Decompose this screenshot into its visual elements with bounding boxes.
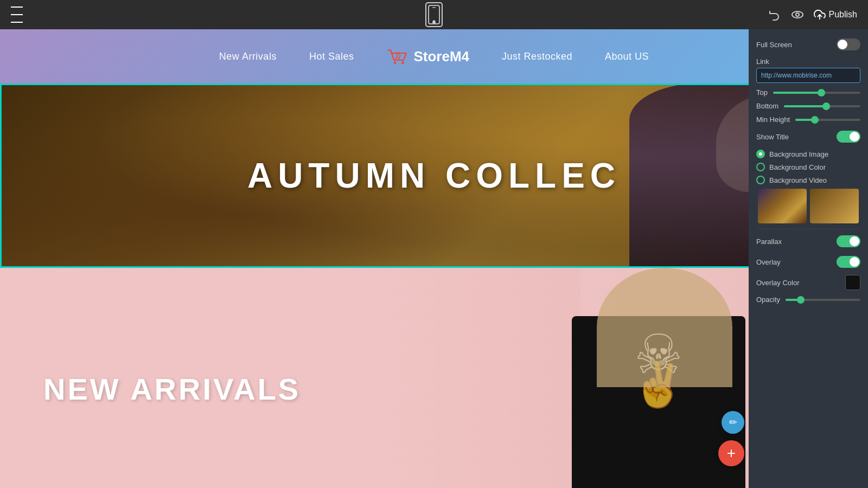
add-fab-button[interactable]: + <box>718 440 744 466</box>
min-height-slider-track[interactable] <box>795 119 860 121</box>
opacity-slider-thumb[interactable] <box>797 296 805 304</box>
svg-rect-0 <box>429 5 439 24</box>
undo-button[interactable] <box>768 8 781 21</box>
publish-button[interactable]: Publish <box>814 9 857 21</box>
hamburger-line-3 <box>11 22 23 23</box>
divider-1 <box>756 229 860 229</box>
link-input[interactable] <box>756 68 860 83</box>
hero-section: AUTUMN COLLEC <box>0 84 868 268</box>
overlay-color-row: Overlay Color <box>756 275 860 290</box>
logo-text: StoreM4 <box>413 48 469 65</box>
overlay-knob <box>850 257 859 267</box>
svg-point-7 <box>401 61 404 64</box>
svg-point-4 <box>796 13 799 16</box>
hair-shape <box>597 268 732 387</box>
bottom-label: Bottom <box>756 102 778 110</box>
overlay-toggle[interactable] <box>837 256 860 268</box>
bg-color-label: Background Color <box>769 163 826 171</box>
top-label: Top <box>756 88 768 97</box>
upload-cloud-icon <box>814 9 826 21</box>
bg-image-thumbnail-2[interactable] <box>810 189 859 223</box>
svg-point-6 <box>394 61 397 64</box>
phone-svg <box>428 5 440 24</box>
bg-image-radio[interactable] <box>756 150 765 158</box>
bottom-slider-fill <box>784 105 826 107</box>
bottom-slider-track[interactable] <box>784 105 860 107</box>
link-label-row: Link <box>756 57 860 66</box>
bg-image-radio-dot <box>759 152 762 156</box>
settings-panel: Full Screen Link Top Bottom Min Height <box>749 29 868 488</box>
opacity-slider-row: Opacity <box>756 296 860 304</box>
nav-logo: StoreM4 <box>386 47 469 66</box>
bg-image-label: Background Image <box>769 150 828 158</box>
toolbar: Publish <box>0 0 868 29</box>
svg-point-3 <box>792 11 803 18</box>
top-slider-row: Top <box>756 88 860 97</box>
fullscreen-row: Full Screen <box>756 37 860 52</box>
bg-video-radio[interactable] <box>756 176 765 184</box>
top-slider-fill <box>773 92 821 94</box>
new-arrivals-title: NEW ARRIVALS <box>43 371 301 407</box>
nav-link-hot-sales[interactable]: Hot Sales <box>309 51 354 62</box>
bg-video-row[interactable]: Background Video <box>756 176 860 184</box>
overlay-color-swatch[interactable] <box>845 275 860 290</box>
bg-color-radio[interactable] <box>756 163 765 171</box>
navbar: New Arrivals Hot Sales StoreM4 Just Rest… <box>0 29 868 84</box>
bottom-slider-row: Bottom <box>756 102 860 110</box>
eye-icon <box>791 8 804 21</box>
opacity-label: Opacity <box>756 296 780 304</box>
edit-fab-button[interactable]: ✏ <box>722 411 744 434</box>
edit-icon: ✏ <box>729 416 737 428</box>
toolbar-right: Publish <box>768 8 857 21</box>
hero-title: AUTUMN COLLEC <box>247 156 621 196</box>
fullscreen-knob <box>838 40 847 49</box>
show-title-knob <box>850 132 859 142</box>
bottom-slider-thumb[interactable] <box>822 102 830 110</box>
min-height-label: Min Height <box>756 115 790 124</box>
parallax-row: Parallax <box>756 234 860 249</box>
overlay-color-label: Overlay Color <box>756 279 799 287</box>
hamburger-line-2 <box>11 14 23 15</box>
preview-button[interactable] <box>791 8 804 21</box>
min-height-slider-thumb[interactable] <box>811 116 819 124</box>
nav-link-about-us[interactable]: About US <box>605 51 649 62</box>
link-label: Link <box>756 57 769 66</box>
bg-image-thumbnail[interactable] <box>758 189 807 223</box>
show-title-toggle[interactable] <box>837 131 860 143</box>
show-title-row: Show Title <box>756 129 860 144</box>
bg-video-label: Background Video <box>769 176 827 184</box>
fullscreen-label: Full Screen <box>756 41 792 49</box>
hamburger-menu[interactable] <box>11 4 23 25</box>
overlay-label: Overlay <box>756 258 781 266</box>
mobile-preview-icon[interactable] <box>425 2 443 27</box>
parallax-toggle[interactable] <box>837 235 860 247</box>
min-height-slider-row: Min Height <box>756 115 860 124</box>
add-icon: + <box>727 445 736 462</box>
top-slider-thumb[interactable] <box>818 89 825 97</box>
bg-image-row[interactable]: Background Image <box>756 150 860 158</box>
parallax-label: Parallax <box>756 237 782 246</box>
nav-link-new-arrivals[interactable]: New Arrivals <box>219 51 277 62</box>
fullscreen-toggle[interactable] <box>837 38 860 50</box>
nav-link-just-restocked[interactable]: Just Restocked <box>502 51 572 62</box>
svg-point-1 <box>433 20 435 22</box>
toolbar-left <box>11 4 23 25</box>
opacity-slider-track[interactable] <box>786 299 860 301</box>
hamburger-line-1 <box>11 7 23 8</box>
cart-icon <box>386 47 408 66</box>
thumbnail-row <box>756 189 860 223</box>
overlay-row: Overlay <box>756 254 860 269</box>
bg-color-row[interactable]: Background Color <box>756 163 860 171</box>
svg-rect-2 <box>432 7 436 8</box>
publish-label: Publish <box>829 10 857 20</box>
parallax-knob <box>850 236 859 246</box>
top-slider-track[interactable] <box>773 92 860 94</box>
undo-icon <box>768 8 781 21</box>
toolbar-center <box>425 2 443 27</box>
show-title-label: Show Title <box>756 133 789 141</box>
